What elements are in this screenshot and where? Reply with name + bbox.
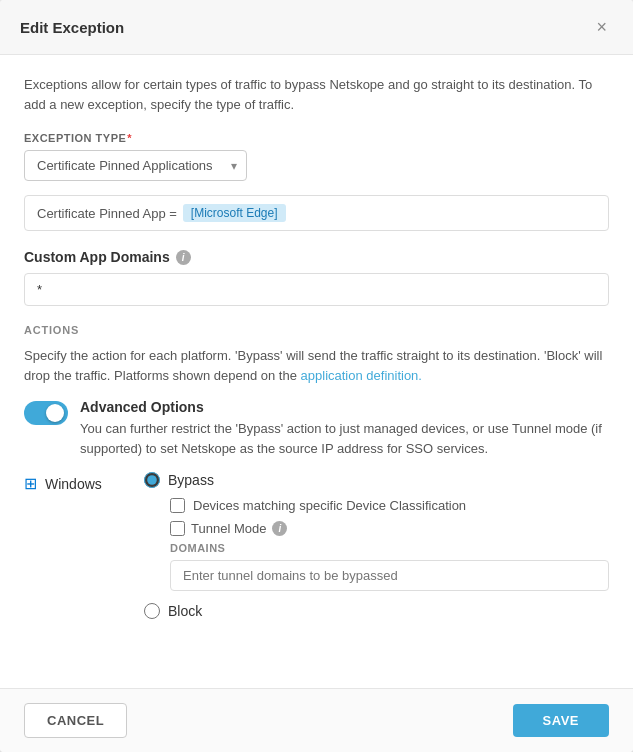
exception-type-select-wrapper[interactable]: Certificate Pinned Applications ▾ [24, 150, 247, 181]
application-definition-link[interactable]: application definition. [301, 368, 422, 383]
advanced-options-toggle[interactable] [24, 401, 68, 425]
block-label: Block [168, 603, 202, 619]
edit-exception-dialog: Edit Exception × Exceptions allow for ce… [0, 0, 633, 752]
tunnel-mode-row: Tunnel Mode i [170, 521, 609, 536]
bypass-radio-row: Bypass [144, 472, 609, 488]
block-radio-row: Block [144, 603, 609, 619]
cancel-button[interactable]: CANCEL [24, 703, 127, 738]
device-classification-row: Devices matching specific Device Classif… [170, 498, 609, 513]
custom-app-info-icon: i [176, 250, 191, 265]
required-marker: * [127, 132, 132, 144]
platform-section: ⊞ Windows Bypass Devices matching specif… [24, 472, 609, 629]
tunnel-mode-label: Tunnel Mode [191, 521, 266, 536]
tunnel-mode-info-icon: i [272, 521, 287, 536]
device-classification-label: Devices matching specific Device Classif… [193, 498, 466, 513]
dialog-body: Exceptions allow for certain types of tr… [0, 55, 633, 688]
close-button[interactable]: × [590, 16, 613, 38]
tag-row: Certificate Pinned App = [Microsoft Edge… [24, 195, 609, 231]
actions-section-label: ACTIONS [24, 324, 609, 336]
windows-platform-label: ⊞ Windows [24, 474, 144, 493]
save-button[interactable]: SAVE [513, 704, 609, 737]
tunnel-mode-checkbox[interactable] [170, 521, 185, 536]
domains-section-label: DOMAINS [170, 542, 609, 554]
windows-icon: ⊞ [24, 474, 37, 493]
tag-row-label: Certificate Pinned App = [37, 206, 177, 221]
dialog-title: Edit Exception [20, 19, 124, 36]
tag-badge: [Microsoft Edge] [183, 204, 286, 222]
dialog-footer: CANCEL SAVE [0, 688, 633, 752]
advanced-options-title: Advanced Options [80, 399, 609, 415]
device-classification-checkbox[interactable] [170, 498, 185, 513]
toggle-track [24, 401, 68, 425]
toggle-thumb [46, 404, 64, 422]
exception-type-select[interactable]: Certificate Pinned Applications [24, 150, 247, 181]
custom-app-domains-input[interactable] [24, 273, 609, 306]
advanced-options-row: Advanced Options You can further restric… [24, 399, 609, 458]
custom-app-domains-label: Custom App Domains i [24, 249, 609, 265]
platform-options: Bypass Devices matching specific Device … [144, 472, 609, 629]
advanced-options-description: You can further restrict the 'Bypass' ac… [80, 419, 609, 458]
bypass-label: Bypass [168, 472, 214, 488]
actions-description: Specify the action for each platform. 'B… [24, 346, 609, 385]
dialog-header: Edit Exception × [0, 0, 633, 55]
domains-input[interactable] [170, 560, 609, 591]
advanced-options-text: Advanced Options You can further restric… [80, 399, 609, 458]
block-radio[interactable] [144, 603, 160, 619]
bypass-radio[interactable] [144, 472, 160, 488]
description-text: Exceptions allow for certain types of tr… [24, 75, 609, 114]
exception-type-label: EXCEPTION TYPE* [24, 132, 609, 144]
